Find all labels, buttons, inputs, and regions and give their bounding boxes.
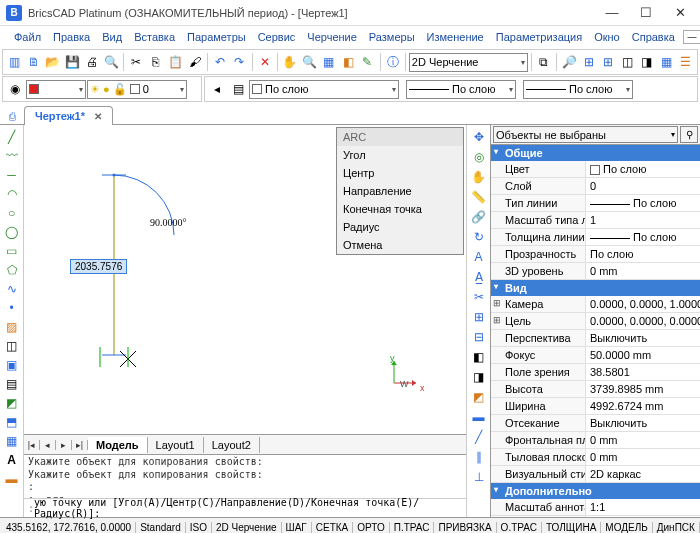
command-prompt[interactable]: : ую точку или [Угол(A)/Центр(C)/Направл… xyxy=(24,499,466,517)
undo-icon[interactable]: ↶ xyxy=(211,52,229,72)
find-icon[interactable]: 🔎 xyxy=(560,52,578,72)
ctx-item[interactable]: Центр xyxy=(337,164,463,182)
tool2-icon[interactable]: ✎ xyxy=(358,52,376,72)
model-tab[interactable]: Модель xyxy=(88,437,148,453)
polyline-icon[interactable]: 〰 xyxy=(2,146,22,165)
menu-окно[interactable]: Окно xyxy=(588,29,626,45)
prop-value[interactable]: Выключить xyxy=(586,415,700,431)
grid-a-icon[interactable]: ⊞ xyxy=(579,52,597,72)
model-tab[interactable]: Layout2 xyxy=(204,437,260,453)
prop-category[interactable]: Вид xyxy=(491,280,700,296)
menu-размеры[interactable]: Размеры xyxy=(363,29,421,45)
solid-icon[interactable]: ▬ xyxy=(2,469,22,488)
status-toggle[interactable]: ДинПСК xyxy=(653,522,700,533)
copy-icon[interactable]: ⎘ xyxy=(147,52,165,72)
drawing-canvas[interactable]: 90.0000° 2035.7576 x y W ARC УголЦентрНа… xyxy=(24,125,466,434)
boundary-icon[interactable]: ◫ xyxy=(2,336,22,355)
save-icon[interactable]: 💾 xyxy=(63,52,81,72)
ctx-item[interactable]: Конечная точка xyxy=(337,200,463,218)
quickview-icon[interactable]: ⎙ xyxy=(4,108,20,124)
plotstyle-combo[interactable]: По слою▾ xyxy=(523,80,633,99)
3dorbit-icon[interactable]: ◎ xyxy=(469,147,489,167)
prop-value[interactable]: 3739.8985 mm xyxy=(586,381,700,397)
perp-icon[interactable]: ⊥ xyxy=(469,467,489,487)
text-a-icon[interactable]: A xyxy=(469,247,489,267)
paste-icon[interactable]: 📋 xyxy=(166,52,184,72)
selection-combo[interactable]: Объекты не выбраны▾ xyxy=(493,126,678,143)
prop-value[interactable]: 0 mm xyxy=(586,432,700,448)
prop-value[interactable]: 50.0000 mm xyxy=(586,347,700,363)
status-toggle[interactable]: ШАГ xyxy=(282,522,312,533)
prop-row[interactable]: Толщина линииПо слою xyxy=(491,229,700,246)
menu-параметры[interactable]: Параметры xyxy=(181,29,252,45)
minimize-button[interactable]: — xyxy=(596,3,628,23)
arc-icon[interactable]: ◠ xyxy=(2,184,22,203)
prop-row[interactable]: Фронтальная пл0 mm xyxy=(491,432,700,449)
prop-row[interactable]: Источник светаВключить xyxy=(491,516,700,517)
tab-prev[interactable]: ◂ xyxy=(40,440,56,450)
menu-изменение[interactable]: Изменение xyxy=(421,29,490,45)
scissors-icon[interactable]: ✂ xyxy=(469,287,489,307)
status-coords[interactable]: 435.5162, 172.7616, 0.0000 xyxy=(2,522,136,533)
prop-row[interactable]: Визуальный сти2D каркас xyxy=(491,466,700,483)
prop-row[interactable]: Высота3739.8985 mm xyxy=(491,381,700,398)
erase-icon[interactable]: ✕ xyxy=(255,52,273,72)
hatch-icon[interactable]: ▨ xyxy=(2,317,22,336)
prop-value[interactable]: 0.0000, 0.0000, 1.0000 xyxy=(586,296,700,312)
rect-icon[interactable]: ▭ xyxy=(2,241,22,260)
quickselect-icon[interactable]: ⚲ xyxy=(680,126,698,143)
link-icon[interactable]: 🔗 xyxy=(469,207,489,227)
mod-a-icon[interactable]: ◧ xyxy=(469,347,489,367)
layout-icon[interactable]: ▦ xyxy=(657,52,675,72)
prop-value[interactable]: Включить xyxy=(586,516,700,517)
prop-row[interactable]: ЦветПо слою xyxy=(491,161,700,178)
print-icon[interactable]: 🖨 xyxy=(83,52,101,72)
prop-value[interactable]: 38.5801 xyxy=(586,364,700,380)
circle-icon[interactable]: ○ xyxy=(2,203,22,222)
menu-сервис[interactable]: Сервис xyxy=(252,29,302,45)
status-toggle[interactable]: 2D Черчение xyxy=(212,522,282,533)
menu-черчение[interactable]: Черчение xyxy=(301,29,363,45)
array-icon[interactable]: ⊞ xyxy=(469,307,489,327)
doc-tab-close[interactable]: ✕ xyxy=(94,111,102,122)
prop-row[interactable]: Камера0.0000, 0.0000, 1.0000 xyxy=(491,296,700,313)
rotate-icon[interactable]: ↻ xyxy=(469,227,489,247)
prop-value[interactable]: 2D каркас xyxy=(586,466,700,482)
line-icon[interactable]: ╱ xyxy=(2,127,22,146)
prop-value[interactable]: 4992.6724 mm xyxy=(586,398,700,414)
insert-icon[interactable]: ⬒ xyxy=(2,412,22,431)
prop-value[interactable]: 0 mm xyxy=(586,263,700,279)
lineweight-combo[interactable]: По слою▾ xyxy=(406,80,516,99)
workspace-combo[interactable]: 2D Черчение▾ xyxy=(409,53,528,72)
menu-правка[interactable]: Правка xyxy=(47,29,96,45)
prop-value[interactable]: По слою xyxy=(586,161,700,177)
tools-a-icon[interactable]: ⧉ xyxy=(535,52,553,72)
dimension-input[interactable]: 2035.7576 xyxy=(70,259,127,274)
prop-value[interactable]: По слою xyxy=(586,246,700,262)
prop-value[interactable]: По слою xyxy=(586,195,700,211)
redo-icon[interactable]: ↷ xyxy=(230,52,248,72)
new-icon[interactable]: 🗎 xyxy=(24,52,42,72)
layers-a-icon[interactable]: ◫ xyxy=(618,52,636,72)
tab-last[interactable]: ▸| xyxy=(72,440,88,450)
prop-value[interactable]: Выключить xyxy=(586,330,700,346)
pan2-icon[interactable]: ✋ xyxy=(469,167,489,187)
ctx-item[interactable]: Направление xyxy=(337,182,463,200)
qnew-icon[interactable]: ▥ xyxy=(5,52,23,72)
sheet-icon[interactable]: ▤ xyxy=(2,374,22,393)
prop-row[interactable]: 3D уровень0 mm xyxy=(491,263,700,280)
tab-first[interactable]: |◂ xyxy=(24,440,40,450)
status-toggle[interactable]: ПРИВЯЗКА xyxy=(434,522,496,533)
mtext-icon[interactable]: A xyxy=(2,450,22,469)
close-button[interactable]: ✕ xyxy=(664,3,696,23)
prop-value[interactable]: 0 xyxy=(586,178,700,194)
prop-value[interactable]: По слою xyxy=(586,229,700,245)
layer-combo[interactable]: ☀ ● 🔓 0▾ xyxy=(87,80,187,99)
table-icon[interactable]: ▦ xyxy=(2,431,22,450)
prop-row[interactable]: ОтсеканиеВыключить xyxy=(491,415,700,432)
tab-next[interactable]: ▸ xyxy=(56,440,72,450)
publish-icon[interactable]: ☰ xyxy=(676,52,694,72)
lt-tool-icon[interactable]: ▤ xyxy=(228,79,248,99)
parallel-icon[interactable]: ∥ xyxy=(469,447,489,467)
ellipse-icon[interactable]: ◯ xyxy=(2,222,22,241)
